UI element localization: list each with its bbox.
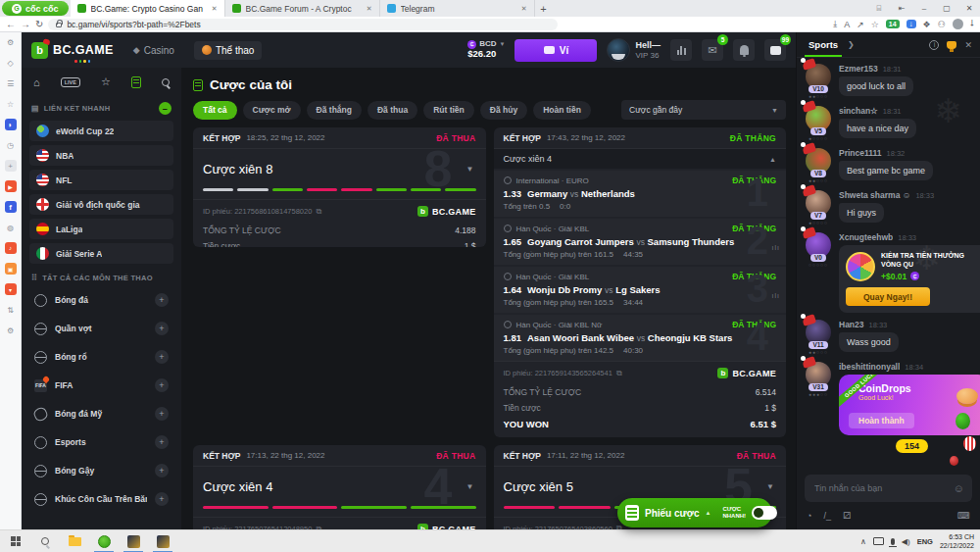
rail-settings-icon[interactable]: ⚙ [5,325,17,336]
chat-toggle-button[interactable]: 99 [764,39,786,61]
nav-sports[interactable]: Thể thao [194,41,262,60]
add-panel-icon[interactable]: + [5,160,17,172]
expand-chevron-icon[interactable]: ▼ [766,482,774,491]
cart-icon[interactable]: ▣ [5,263,17,275]
pin-icon[interactable]: ▾ [5,283,17,295]
youtube-icon[interactable]: ▶ [5,180,17,192]
bet-card-expanded[interactable]: KẾT HỢP 17:43, 22 thg 12, 2022 ĐÃ THẮNG … [494,127,787,437]
messenger-icon[interactable]: ◗ [5,119,17,130]
info-icon[interactable]: i [929,40,939,50]
bcgame-logo[interactable]: b BC.GAME [31,42,114,59]
expand-plus-icon[interactable]: + [155,492,169,506]
translate-icon[interactable]: A [844,20,850,29]
tab-telegram[interactable]: Telegram ✕ [380,0,535,17]
clock[interactable]: 6:53 CH 22/12/2022 [940,532,974,550]
home-icon[interactable]: ⌂ [33,76,40,88]
taskbar-search-button[interactable] [31,530,59,552]
coccoc-points-badge[interactable]: 14 [886,20,900,28]
volume-tray-icon[interactable]: ◀) [902,537,910,546]
close-chat-icon[interactable]: ✕ [964,40,972,50]
app-taskbar-button[interactable] [120,530,147,552]
my-bets-icon[interactable] [131,76,141,88]
sidebar-item-basketball[interactable]: Bóng rổ + [29,345,173,369]
spin-now-button[interactable]: Quay Ngay!! [846,287,930,306]
sidebar-item-laliga[interactable]: LaLiga [29,219,173,239]
start-button[interactable] [2,530,29,552]
sidebar-item-cricket[interactable]: Bóng Gậy + [29,459,173,482]
display-tray-icon[interactable] [873,537,884,545]
history-clock-icon[interactable]: ◷ [5,139,17,151]
tab-bcgame[interactable]: BC.Game: Crypto Casino Gan ✕ [71,0,225,17]
sidebar-item-tennis[interactable]: Quần vợt + [29,317,173,340]
shield-icon[interactable]: ◇ [5,57,17,69]
copy-icon[interactable]: ⧉ [316,207,321,217]
new-tab-button[interactable]: + [535,3,553,15]
people-icon[interactable]: ⚇ [938,20,946,29]
trophy-icon[interactable] [947,41,956,49]
bet-card[interactable]: KẾT HỢP 17:13, 22 thg 12, 2022 ĐÃ THUA 4… [193,445,486,529]
stats-icon[interactable]: ılı [772,292,780,299]
balance-selector[interactable]: ₵ BCD ▼ $26.20 [467,40,505,59]
sidebar-item-eworldcup[interactable]: eWorld Cup 22 [29,121,173,141]
reader-mode-icon[interactable]: ⌸ [868,0,890,17]
bookmark-star-icon[interactable]: ☆ [871,20,879,29]
tab-close-icon[interactable]: ✕ [212,5,218,13]
sidebar-item-fifa[interactable]: FIFA FIFA + [29,374,173,397]
expand-chevron-icon[interactable]: ▼ [466,165,474,174]
sort-dropdown[interactable]: Cược gần đây ▼ [621,100,786,120]
tab-close-icon[interactable]: ✕ [367,5,372,13]
filter-all[interactable]: Tất cả [193,101,237,120]
gif-keyboard-icon[interactable]: ⌨ [957,511,970,521]
language-indicator[interactable]: ENG [917,537,933,546]
url-field[interactable]: bc.game/vi/sports?bt-path=%2Fbets [48,19,558,30]
expand-chevron-icon[interactable]: ▼ [466,482,474,491]
sidebar-item-american-football[interactable]: Bóng đá Mỹ + [29,402,173,426]
chevron-right-icon[interactable]: ❯ [848,40,855,49]
minimize-button[interactable]: – [913,0,935,17]
scroll-arrows-icon[interactable]: ⇅ [5,304,17,316]
filter-cancelled[interactable]: Đã hủy [480,101,527,120]
downloads-tray-icon[interactable]: ⭣ [970,19,974,29]
save-page-icon[interactable]: ⤓ [833,19,837,29]
emoji-icon[interactable]: ☺ [954,482,964,494]
chat-tab-sports[interactable]: Sports [805,33,842,57]
gear-icon[interactable]: ⚙ [5,36,17,48]
bookmark-icon[interactable]: ☆ [5,98,17,110]
filter-lost[interactable]: Đã thua [368,101,417,120]
search-icon[interactable] [162,78,170,86]
coccoc-taskbar-button[interactable] [90,530,118,552]
live-icon[interactable]: LIVE [61,77,80,87]
expand-plus-icon[interactable]: + [155,378,169,392]
chat-input-box[interactable]: ☺ [805,475,972,502]
sidebar-item-football[interactable]: Bóng đá + [29,288,173,312]
sidebar-item-ice-hockey[interactable]: Khúc Côn Cầu Trên Băng + [29,487,173,511]
quick-bet-toggle[interactable] [752,506,777,520]
filter-cashout[interactable]: Rút tiền [423,101,474,120]
expand-plus-icon[interactable]: + [155,350,169,364]
menu-icon[interactable]: ☰ [5,77,17,89]
favorites-star-icon[interactable]: ☆ [101,75,111,88]
sidebar-item-serie-a[interactable]: Giải Serie A [29,243,173,264]
forward-button[interactable]: → [21,20,30,29]
coin-drop-icon[interactable]: ◔ [807,511,811,521]
expand-plus-icon[interactable]: + [155,407,169,421]
app-taskbar-button[interactable] [149,530,176,552]
filter-won[interactable]: Đã thắng [307,101,362,120]
tray-expand-icon[interactable]: ∧ [860,537,866,546]
coindrops-complete-button[interactable]: Hoàn thành [849,413,914,428]
collapse-quick-links-button[interactable]: – [159,102,172,115]
tab-close-icon[interactable]: ✕ [521,5,527,13]
inbox-button[interactable]: ✉ 5 [702,39,723,61]
reload-button[interactable]: ↻ [35,20,43,29]
collapse-chevron-icon[interactable]: ▲ [769,156,776,163]
stats-button[interactable] [670,39,692,61]
spin-bonus-card[interactable]: KIỂM TRA TIỀN THƯỞNG VÒNG QU +$0.01₵ Qua… [839,245,980,313]
expand-plus-icon[interactable]: + [155,322,169,335]
sidebar-item-nba[interactable]: NBA [29,145,173,166]
dice-icon[interactable]: ⚂ [843,511,851,521]
slash-command-icon[interactable]: /_ [823,511,831,521]
expand-plus-icon[interactable]: + [155,293,169,307]
betslip-button[interactable]: Phiếu cược ▲ CƯỢC NHANH! [617,498,772,527]
tiktok-icon[interactable]: ♪ [5,242,17,254]
copy-icon[interactable]: ⧉ [616,369,622,378]
